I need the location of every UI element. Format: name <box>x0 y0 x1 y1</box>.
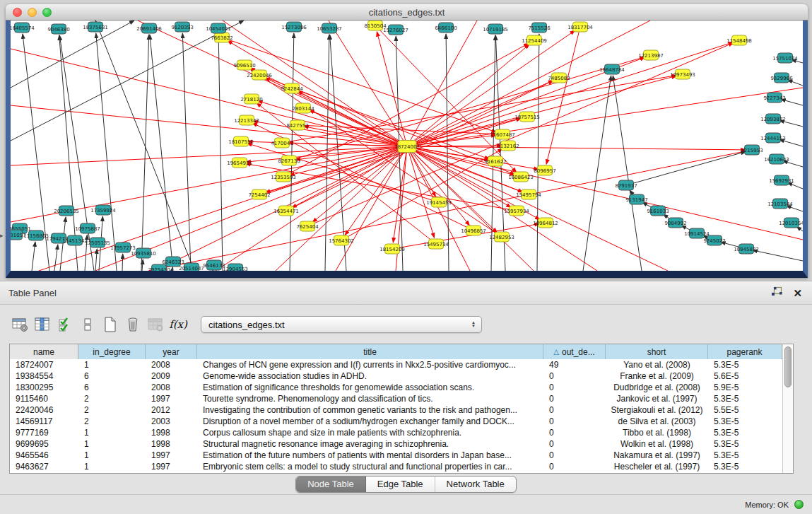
graph-node[interactable]: 2803144 <box>292 103 314 113</box>
graph-node[interactable]: 11254409 <box>522 35 547 45</box>
graph-node[interactable]: 12213343 <box>234 115 259 125</box>
graph-node[interactable]: 16210643 <box>764 154 789 164</box>
graph-node[interactable]: 18317704 <box>567 22 593 32</box>
graph-node[interactable]: 12353593 <box>271 172 296 182</box>
graph-node[interactable]: 16354471 <box>273 206 299 216</box>
table-mode-icon[interactable] <box>8 315 31 334</box>
column-header-out_degree[interactable]: △out_de... <box>543 344 606 359</box>
delete-column-icon[interactable] <box>122 315 144 334</box>
graph-node[interactable]: 19654935 <box>227 158 252 168</box>
select-all-icon[interactable] <box>54 315 76 334</box>
citation-edge-black <box>150 35 173 271</box>
graph-node[interactable]: 8096957 <box>534 165 555 175</box>
column-header-pagerank[interactable]: pagerank <box>708 344 782 359</box>
graph-node[interactable]: 9242844 <box>281 83 303 93</box>
table-row[interactable]: 1872400712008Changes of HCN gene express… <box>10 359 782 370</box>
table-row[interactable]: 2242004622012Investigating the contribut… <box>10 404 782 416</box>
table-row[interactable]: 1456911722003Disruption of a novel membe… <box>10 416 782 427</box>
graph-node[interactable]: 10719185 <box>483 24 508 34</box>
function-builder-icon[interactable]: f(x) <box>167 315 189 334</box>
column-header-name[interactable]: name <box>10 344 78 359</box>
graph-node[interactable]: 15273086 <box>281 22 307 32</box>
graph-node[interactable]: 20691406 <box>136 23 162 33</box>
graph-node[interactable]: 7254402 <box>248 189 270 199</box>
fx-label: f(x) <box>169 318 187 331</box>
table-scrollbar[interactable] <box>782 344 793 473</box>
graph-node[interactable]: 10964812 <box>533 218 558 228</box>
graph-node-label: 18724007 <box>394 144 420 150</box>
memory-ok-indicator[interactable] <box>794 500 804 509</box>
tab-edge-table[interactable]: Edge Table <box>366 477 435 492</box>
table-row[interactable]: 946362711997Embryonic stem cells: a mode… <box>10 461 782 472</box>
graph-node[interactable]: 12505135 <box>85 238 110 247</box>
table-select[interactable]: citations_edges.txt ▲▼ <box>201 316 482 333</box>
graph-node[interactable]: 9046380 <box>47 24 69 34</box>
graph-node[interactable]: 12482953 <box>489 232 514 242</box>
table-row[interactable]: 911546021997Tourette syndrome. Phenomeno… <box>10 393 782 404</box>
table-row[interactable]: 977716911998Corpus callosum shape and si… <box>10 427 782 438</box>
graph-node[interactable]: 17359924 <box>90 205 116 215</box>
table-row[interactable]: 946554611997Estimation of the future num… <box>10 450 782 461</box>
graph-node[interactable]: 18375631 <box>83 22 108 32</box>
column-header-year[interactable]: year <box>146 344 197 359</box>
close-panel-icon[interactable]: ✕ <box>793 288 802 298</box>
memory-status-label: Memory: OK <box>745 501 789 509</box>
table-row[interactable]: 1938455462009Genome-wide association stu… <box>10 370 782 382</box>
show-columns-icon[interactable] <box>31 315 54 334</box>
graph-node[interactable]: 8791917 <box>615 180 637 190</box>
graph-node[interactable]: 10975887 <box>75 223 100 233</box>
graph-node[interactable]: 9120353 <box>171 22 193 32</box>
graph-node[interactable]: 12444153 <box>760 133 786 143</box>
graph-node[interactable]: 15495734 <box>423 239 449 249</box>
graph-node-label: 9084992 <box>664 221 686 226</box>
side-panel-collapse-handle[interactable]: ▸ <box>0 232 4 239</box>
graph-node[interactable]: 9546173 <box>203 260 225 270</box>
graph-node[interactable]: 18724007 <box>394 141 420 153</box>
graph-node[interactable]: 18757515 <box>514 112 540 122</box>
network-window-titlebar[interactable]: citations_edges.txt <box>6 4 808 21</box>
graph-node[interactable]: 20206535 <box>54 206 79 216</box>
graph-node[interactable]: 10945822 <box>734 244 759 254</box>
graph-node[interactable]: 15276027 <box>383 25 408 35</box>
tab-node-table[interactable]: Node Table <box>296 477 366 492</box>
table-row[interactable]: 969969511998Structural magnetic resonanc… <box>10 438 782 450</box>
graph-node[interactable]: 9161627 <box>484 156 506 166</box>
graph-node[interactable]: 15751074 <box>772 53 798 63</box>
graph-node[interactable]: 10973493 <box>670 69 695 79</box>
network-view[interactable]: 1872400790965102242004692428442718120280… <box>6 21 808 278</box>
graph-node[interactable]: 7515526 <box>528 23 551 33</box>
graph-node[interactable]: 9227343 <box>763 93 785 103</box>
cell-in_degree: 6 <box>78 382 146 393</box>
graph-node[interactable]: 7663822 <box>211 33 233 42</box>
graph-node[interactable]: 15957934 <box>504 206 529 216</box>
cell-year: 2003 <box>146 416 197 427</box>
graph-node[interactable]: 16405574 <box>11 23 35 33</box>
column-header-title[interactable]: title <box>197 344 543 359</box>
graph-node[interactable]: 10653287 <box>317 23 342 33</box>
clear-selection-icon[interactable] <box>76 315 99 334</box>
graph-node[interactable]: 18107550 <box>228 136 254 146</box>
graph-node-label: 9329966 <box>770 76 793 81</box>
graph-node[interactable]: 2718120 <box>240 94 262 104</box>
graph-node[interactable]: 10496857 <box>461 226 486 235</box>
float-panel-icon[interactable] <box>771 286 783 300</box>
graph-node[interactable]: 9329966 <box>770 73 793 83</box>
create-column-icon[interactable] <box>99 315 122 334</box>
graph-node[interactable]: 6466100 <box>435 23 457 33</box>
graph-node[interactable]: 10454021 <box>206 23 231 33</box>
graph-node[interactable]: 18154209 <box>379 244 405 254</box>
tab-network-table[interactable]: Network Table <box>435 477 516 492</box>
scrollbar-thumb[interactable] <box>784 346 792 387</box>
graph-node[interactable]: 15764302 <box>329 235 354 245</box>
column-header-in_degree[interactable]: in_degree <box>78 344 146 359</box>
table-row[interactable]: 1830029562008Estimation of significance … <box>10 382 782 393</box>
graph-node[interactable]: 12904553 <box>223 264 248 271</box>
column-header-short[interactable]: short <box>606 344 708 359</box>
graph-node[interactable]: 9131947 <box>625 194 647 204</box>
graph-node[interactable]: 12010354 <box>779 218 803 228</box>
graph-node[interactable]: 12093872 <box>760 114 786 124</box>
citation-edge-black <box>325 35 329 271</box>
cell-in_degree: 1 <box>78 359 146 370</box>
graph-node[interactable]: 4170043 <box>271 138 293 148</box>
graph-node[interactable]: 8215953 <box>741 145 763 155</box>
